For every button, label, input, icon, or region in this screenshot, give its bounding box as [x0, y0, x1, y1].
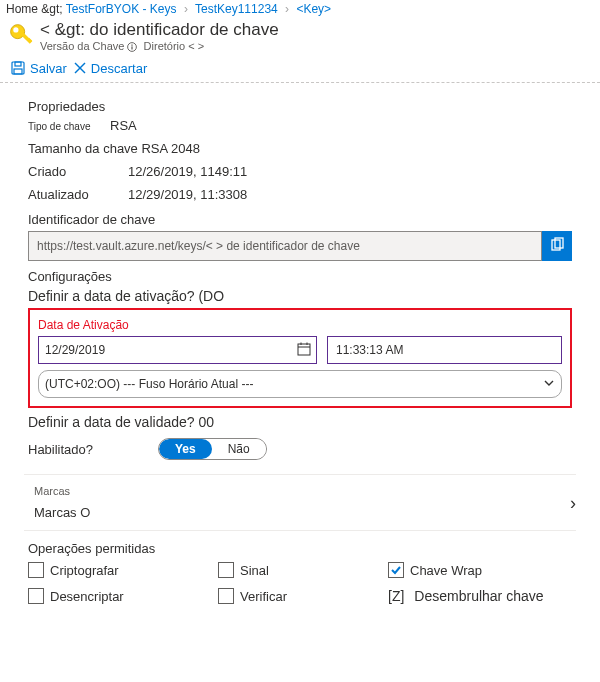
key-icon: [8, 22, 36, 50]
svg-rect-5: [132, 46, 133, 49]
op-decrypt[interactable]: Desencriptar: [28, 588, 218, 604]
page-title: < &gt: do identificador de chave: [40, 20, 279, 40]
checkbox-icon[interactable]: [28, 588, 44, 604]
copy-icon: [549, 237, 565, 256]
expiration-question: Definir a data de validade? 00: [28, 414, 572, 430]
page-subtitle: Versão da Chave Diretório < >: [40, 40, 279, 52]
key-size-value: Tamanho da chave RSA 2048: [28, 141, 200, 156]
chevron-right-icon: ›: [281, 2, 293, 16]
op-unwrap[interactable]: [Z] Desembrulhar chave: [388, 588, 572, 604]
svg-rect-8: [15, 62, 21, 66]
breadcrumb-home[interactable]: Home &gt;: [6, 2, 63, 16]
activation-date-label: Data de Ativação: [38, 318, 562, 332]
checkbox-icon[interactable]: [218, 588, 234, 604]
key-id-field: [28, 231, 572, 261]
tags-value: Marcas O: [34, 505, 572, 520]
chevron-down-icon: [543, 377, 555, 392]
tags-block[interactable]: Marcas Marcas O ›: [24, 474, 576, 531]
op-verify[interactable]: Verificar: [218, 588, 388, 604]
discard-button[interactable]: Descartar: [73, 61, 147, 76]
activation-time-input[interactable]: 11:33:13 AM: [327, 336, 562, 364]
created-label: Criado: [28, 164, 128, 179]
info-icon[interactable]: [127, 42, 137, 52]
op-sign[interactable]: Sinal: [218, 562, 388, 578]
copy-button[interactable]: [542, 231, 572, 261]
close-icon: [73, 61, 87, 75]
key-id-input[interactable]: [28, 231, 542, 261]
op-encrypt[interactable]: Criptografar: [28, 562, 218, 578]
activation-question: Definir a data de ativação? (DO: [28, 288, 572, 304]
tags-title: Marcas: [34, 485, 572, 497]
breadcrumb-link-testforbyok[interactable]: TestForBYOK - Keys: [66, 2, 177, 16]
created-value: 12/26/2019, 1149:11: [128, 164, 247, 179]
breadcrumb-link-testkey[interactable]: TestKey111234: [195, 2, 278, 16]
activation-highlight: Data de Ativação 12/29/2019 11:33:13 AM …: [28, 308, 572, 408]
save-icon: [10, 60, 26, 76]
key-id-label: Identificador de chave: [28, 212, 572, 227]
checkbox-icon[interactable]: [388, 562, 404, 578]
timezone-value: (UTC+02:OO) --- Fuso Horário Atual ---: [45, 377, 253, 391]
discard-label: Descartar: [91, 61, 147, 76]
breadcrumb-link-key[interactable]: <Key>: [296, 2, 331, 16]
checkbox-icon[interactable]: [28, 562, 44, 578]
toggle-yes[interactable]: Yes: [159, 439, 212, 459]
chevron-right-icon: ›: [180, 2, 192, 16]
activation-date-value: 12/29/2019: [45, 343, 105, 357]
enabled-label: Habilitado?: [28, 442, 158, 457]
svg-rect-9: [14, 69, 22, 74]
z-check-icon: [Z]: [388, 588, 404, 604]
breadcrumb: Home &gt; TestForBYOK - Keys › TestKey11…: [0, 0, 600, 18]
toolbar: Salvar Descartar: [0, 56, 600, 82]
checkbox-icon[interactable]: [218, 562, 234, 578]
updated-label: Atualizado: [28, 187, 128, 202]
key-type-label: Tipo de chave: [28, 121, 110, 132]
chevron-right-icon[interactable]: ›: [570, 492, 576, 513]
toggle-no[interactable]: Não: [212, 439, 266, 459]
op-wrap[interactable]: Chave Wrap: [388, 562, 572, 578]
settings-heading: Configurações: [28, 269, 572, 284]
updated-value: 12/29/2019, 11:3308: [128, 187, 247, 202]
key-type-value: RSA: [110, 118, 137, 133]
activation-time-value: 11:33:13 AM: [336, 343, 403, 357]
svg-rect-14: [298, 344, 310, 355]
activation-date-input[interactable]: 12/29/2019: [38, 336, 317, 364]
timezone-select[interactable]: (UTC+02:OO) --- Fuso Horário Atual ---: [38, 370, 562, 398]
svg-rect-6: [132, 45, 133, 46]
save-label: Salvar: [30, 61, 67, 76]
enabled-toggle[interactable]: Yes Não: [158, 438, 267, 460]
save-button[interactable]: Salvar: [10, 60, 67, 76]
title-row: < &gt: do identificador de chave Versão …: [0, 18, 600, 56]
calendar-icon[interactable]: [296, 341, 312, 360]
properties-heading: Propriedades: [28, 99, 572, 114]
operations-heading: Operações permitidas: [28, 541, 572, 556]
svg-point-1: [13, 27, 18, 32]
